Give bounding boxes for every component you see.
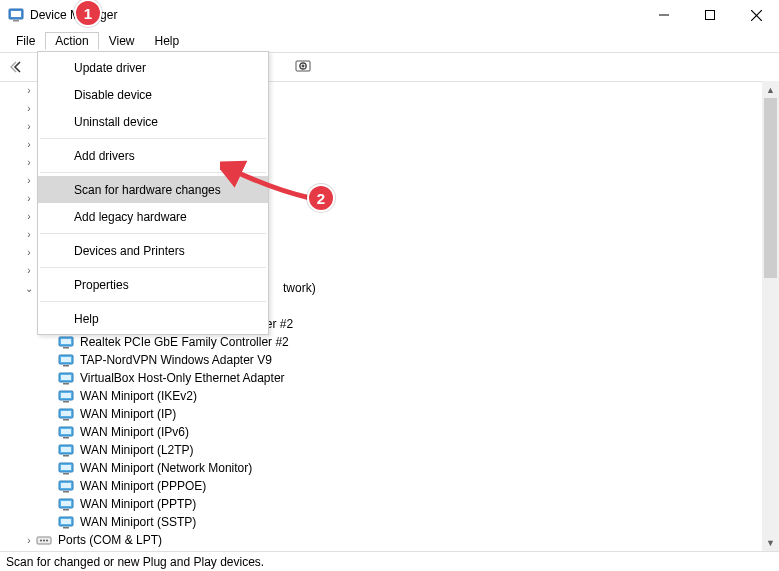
tree-item[interactable]: WAN Miniport (IPv6): [8, 423, 762, 441]
tree-item[interactable]: VirtualBox Host-Only Ethernet Adapter: [8, 369, 762, 387]
menu-item-disable-device[interactable]: Disable device: [38, 81, 268, 108]
svg-rect-24: [63, 383, 69, 385]
tree-item[interactable]: Realtek PCIe GbE Family Controller #2: [8, 333, 762, 351]
network-adapter-icon: [58, 390, 74, 403]
minimize-button[interactable]: [641, 0, 687, 30]
network-adapter-icon: [58, 480, 74, 493]
network-adapter-icon: [58, 336, 74, 349]
tree-item[interactable]: WAN Miniport (IKEv2): [8, 387, 762, 405]
svg-rect-39: [63, 473, 69, 475]
network-adapter-icon: [58, 354, 74, 367]
tree-item[interactable]: WAN Miniport (PPPOE): [8, 477, 762, 495]
menu-help[interactable]: Help: [145, 32, 190, 50]
annotation-arrow: [220, 160, 320, 210]
network-adapter-icon: [58, 462, 74, 475]
svg-rect-35: [61, 447, 71, 452]
tree-item-label: WAN Miniport (SSTP): [78, 515, 198, 529]
svg-rect-38: [61, 465, 71, 470]
menu-item-devices-printers[interactable]: Devices and Printers: [38, 237, 268, 264]
back-button[interactable]: [6, 55, 30, 79]
svg-rect-29: [61, 411, 71, 416]
svg-rect-23: [61, 375, 71, 380]
svg-rect-41: [61, 483, 71, 488]
vertical-scrollbar[interactable]: ▲ ▼: [762, 81, 779, 551]
network-adapter-icon: [58, 426, 74, 439]
svg-rect-1: [11, 11, 21, 17]
svg-rect-20: [61, 357, 71, 362]
scroll-thumb[interactable]: [764, 98, 777, 278]
tree-item[interactable]: WAN Miniport (IP): [8, 405, 762, 423]
menu-item-help[interactable]: Help: [38, 305, 268, 332]
tree-item-label: WAN Miniport (Network Monitor): [78, 461, 254, 475]
tree-item-label: VirtualBox Host-Only Ethernet Adapter: [78, 371, 287, 385]
tree-item-label: WAN Miniport (PPTP): [78, 497, 198, 511]
svg-point-52: [46, 539, 48, 541]
menu-separator: [40, 233, 266, 234]
chevron-right-icon[interactable]: ›: [22, 175, 36, 186]
menu-item-uninstall-device[interactable]: Uninstall device: [38, 108, 268, 135]
tree-item[interactable]: WAN Miniport (SSTP): [8, 513, 762, 531]
network-adapter-icon: [58, 516, 74, 529]
scroll-down-icon[interactable]: ▼: [762, 534, 779, 551]
chevron-right-icon[interactable]: ›: [22, 157, 36, 168]
chevron-right-icon[interactable]: ›: [22, 247, 36, 258]
chevron-right-icon[interactable]: ›: [22, 229, 36, 240]
tree-item[interactable]: TAP-NordVPN Windows Adapter V9: [8, 351, 762, 369]
tree-item-label: WAN Miniport (L2TP): [78, 443, 196, 457]
annotation-badge-1: 1: [74, 0, 102, 27]
svg-rect-48: [63, 527, 69, 529]
svg-point-51: [43, 539, 45, 541]
tree-item-label: WAN Miniport (IP): [78, 407, 178, 421]
menu-separator: [40, 301, 266, 302]
titlebar: Device Manager: [0, 0, 779, 30]
menu-action[interactable]: Action: [45, 32, 98, 50]
statusbar: Scan for changed or new Plug and Play de…: [0, 551, 779, 571]
svg-rect-18: [63, 347, 69, 349]
menu-view[interactable]: View: [99, 32, 145, 50]
network-adapter-icon: [58, 444, 74, 457]
tree-item[interactable]: WAN Miniport (Network Monitor): [8, 459, 762, 477]
annotation-badge-2: 2: [307, 184, 335, 212]
scan-hardware-icon[interactable]: [291, 55, 315, 79]
tree-item-label: WAN Miniport (IPv6): [78, 425, 191, 439]
chevron-right-icon[interactable]: ›: [22, 121, 36, 132]
network-adapter-icon: [58, 372, 74, 385]
chevron-right-icon[interactable]: ›: [22, 535, 36, 546]
category-label-partial: twork): [281, 281, 318, 295]
chevron-right-icon[interactable]: ›: [22, 103, 36, 114]
svg-rect-21: [63, 365, 69, 367]
tree-item-label: WAN Miniport (PPPOE): [78, 479, 208, 493]
maximize-button[interactable]: [687, 0, 733, 30]
tree-item-label: Realtek PCIe GbE Family Controller #2: [78, 335, 291, 349]
scroll-up-icon[interactable]: ▲: [762, 81, 779, 98]
menu-file[interactable]: File: [6, 32, 45, 50]
app-icon: [8, 7, 24, 23]
statusbar-text: Scan for changed or new Plug and Play de…: [6, 555, 264, 569]
tree-category-ports[interactable]: › Ports (COM & LPT): [8, 531, 762, 549]
tree-item[interactable]: WAN Miniport (PPTP): [8, 495, 762, 513]
chevron-right-icon[interactable]: ›: [22, 85, 36, 96]
menubar: File Action View Help: [0, 30, 779, 52]
svg-rect-47: [61, 519, 71, 524]
chevron-right-icon[interactable]: ›: [22, 139, 36, 150]
tree-item-label: WAN Miniport (IKEv2): [78, 389, 199, 403]
svg-rect-26: [61, 393, 71, 398]
svg-rect-4: [706, 11, 715, 20]
chevron-right-icon[interactable]: ›: [22, 211, 36, 222]
chevron-right-icon[interactable]: ›: [22, 265, 36, 276]
svg-rect-32: [61, 429, 71, 434]
chevron-right-icon[interactable]: ›: [22, 193, 36, 204]
svg-rect-42: [63, 491, 69, 493]
close-button[interactable]: [733, 0, 779, 30]
svg-rect-17: [61, 339, 71, 344]
tree-item[interactable]: WAN Miniport (L2TP): [8, 441, 762, 459]
tree-item-label: Ports (COM & LPT): [56, 533, 164, 547]
menu-item-properties[interactable]: Properties: [38, 271, 268, 298]
network-adapter-icon: [58, 498, 74, 511]
tree-item-label: TAP-NordVPN Windows Adapter V9: [78, 353, 274, 367]
svg-point-50: [40, 539, 42, 541]
chevron-down-icon[interactable]: ⌄: [22, 283, 36, 294]
svg-point-9: [302, 65, 304, 67]
menu-item-update-driver[interactable]: Update driver: [38, 54, 268, 81]
menu-separator: [40, 267, 266, 268]
